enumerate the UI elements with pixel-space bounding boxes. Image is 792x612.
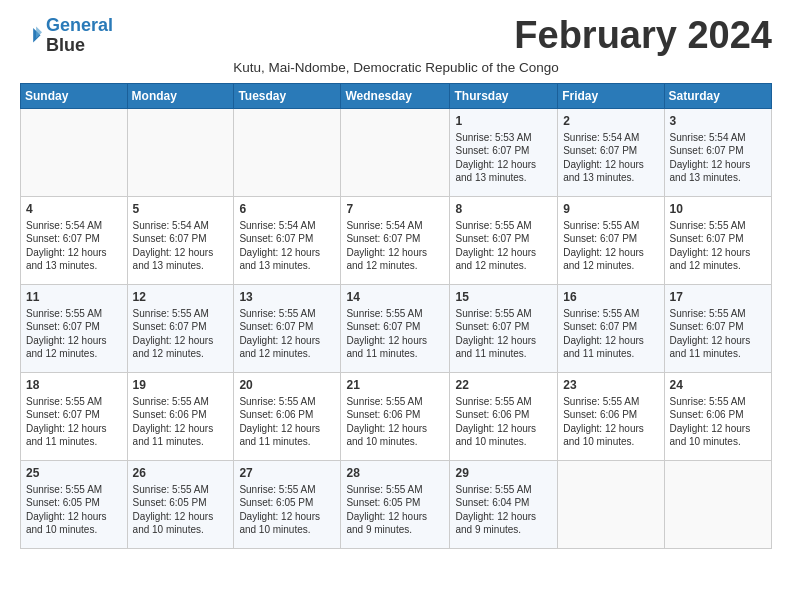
calendar-week-row: 4Sunrise: 5:54 AMSunset: 6:07 PMDaylight… <box>21 196 772 284</box>
day-info-line: Daylight: 12 hours <box>133 510 229 524</box>
calendar-cell: 15Sunrise: 5:55 AMSunset: 6:07 PMDayligh… <box>450 284 558 372</box>
day-info-line: and 10 minutes. <box>455 435 552 449</box>
day-number: 17 <box>670 289 766 305</box>
day-info-line: Daylight: 12 hours <box>346 422 444 436</box>
day-info-line: Daylight: 12 hours <box>346 246 444 260</box>
day-number: 11 <box>26 289 122 305</box>
calendar-cell: 13Sunrise: 5:55 AMSunset: 6:07 PMDayligh… <box>234 284 341 372</box>
calendar-cell: 5Sunrise: 5:54 AMSunset: 6:07 PMDaylight… <box>127 196 234 284</box>
day-info-line: Daylight: 12 hours <box>563 246 658 260</box>
day-info-line: Sunset: 6:06 PM <box>455 408 552 422</box>
day-of-week-header: Tuesday <box>234 83 341 108</box>
day-info-line: Daylight: 12 hours <box>455 510 552 524</box>
calendar-cell <box>21 108 128 196</box>
day-number: 25 <box>26 465 122 481</box>
day-number: 1 <box>455 113 552 129</box>
day-info-line: Daylight: 12 hours <box>670 334 766 348</box>
day-info-line: Daylight: 12 hours <box>239 246 335 260</box>
day-number: 29 <box>455 465 552 481</box>
day-info-line: and 12 minutes. <box>239 347 335 361</box>
day-info-line: Daylight: 12 hours <box>455 422 552 436</box>
calendar-cell <box>127 108 234 196</box>
day-info-line: Sunrise: 5:55 AM <box>346 395 444 409</box>
day-info-line: Sunrise: 5:55 AM <box>346 483 444 497</box>
calendar-cell: 20Sunrise: 5:55 AMSunset: 6:06 PMDayligh… <box>234 372 341 460</box>
day-info-line: Sunrise: 5:55 AM <box>26 483 122 497</box>
day-info-line: and 10 minutes. <box>133 523 229 537</box>
logo-text: General Blue <box>46 16 113 56</box>
day-info-line: and 10 minutes. <box>346 435 444 449</box>
day-info-line: Sunset: 6:06 PM <box>239 408 335 422</box>
calendar-cell: 28Sunrise: 5:55 AMSunset: 6:05 PMDayligh… <box>341 460 450 548</box>
day-info-line: and 12 minutes. <box>26 347 122 361</box>
day-info-line: Sunrise: 5:55 AM <box>670 219 766 233</box>
day-info-line: and 9 minutes. <box>346 523 444 537</box>
day-info-line: and 11 minutes. <box>133 435 229 449</box>
day-info-line: Sunset: 6:07 PM <box>670 232 766 246</box>
day-info-line: and 11 minutes. <box>670 347 766 361</box>
day-info-line: Sunrise: 5:55 AM <box>133 483 229 497</box>
day-info-line: and 11 minutes. <box>563 347 658 361</box>
day-info-line: Sunrise: 5:55 AM <box>455 395 552 409</box>
month-title: February 2024 <box>514 16 772 54</box>
day-info-line: Sunset: 6:07 PM <box>670 144 766 158</box>
day-info-line: and 12 minutes. <box>346 259 444 273</box>
day-number: 9 <box>563 201 658 217</box>
day-number: 10 <box>670 201 766 217</box>
day-info-line: and 10 minutes. <box>239 523 335 537</box>
day-info-line: Daylight: 12 hours <box>563 422 658 436</box>
day-number: 8 <box>455 201 552 217</box>
calendar-cell <box>234 108 341 196</box>
calendar-week-row: 11Sunrise: 5:55 AMSunset: 6:07 PMDayligh… <box>21 284 772 372</box>
calendar-cell: 1Sunrise: 5:53 AMSunset: 6:07 PMDaylight… <box>450 108 558 196</box>
calendar-cell: 29Sunrise: 5:55 AMSunset: 6:04 PMDayligh… <box>450 460 558 548</box>
day-info-line: Sunrise: 5:55 AM <box>239 395 335 409</box>
day-info-line: and 11 minutes. <box>239 435 335 449</box>
day-number: 7 <box>346 201 444 217</box>
day-info-line: Sunrise: 5:55 AM <box>455 219 552 233</box>
day-number: 4 <box>26 201 122 217</box>
calendar-week-row: 18Sunrise: 5:55 AMSunset: 6:07 PMDayligh… <box>21 372 772 460</box>
calendar-cell: 3Sunrise: 5:54 AMSunset: 6:07 PMDaylight… <box>664 108 771 196</box>
day-of-week-header: Wednesday <box>341 83 450 108</box>
day-info-line: Sunrise: 5:55 AM <box>455 307 552 321</box>
day-number: 12 <box>133 289 229 305</box>
day-info-line: Daylight: 12 hours <box>133 334 229 348</box>
day-info-line: and 10 minutes. <box>26 523 122 537</box>
day-info-line: Daylight: 12 hours <box>26 334 122 348</box>
day-info-line: Sunset: 6:07 PM <box>563 144 658 158</box>
day-info-line: and 13 minutes. <box>455 171 552 185</box>
day-info-line: Sunset: 6:05 PM <box>26 496 122 510</box>
day-info-line: Daylight: 12 hours <box>346 510 444 524</box>
day-info-line: Daylight: 12 hours <box>670 422 766 436</box>
day-info-line: Sunset: 6:07 PM <box>26 232 122 246</box>
day-number: 2 <box>563 113 658 129</box>
day-number: 6 <box>239 201 335 217</box>
day-number: 19 <box>133 377 229 393</box>
day-number: 26 <box>133 465 229 481</box>
day-info-line: Sunset: 6:07 PM <box>563 232 658 246</box>
day-info-line: Sunset: 6:07 PM <box>455 232 552 246</box>
day-of-week-header: Friday <box>558 83 664 108</box>
logo: General Blue <box>20 16 113 56</box>
day-info-line: Daylight: 12 hours <box>670 158 766 172</box>
day-info-line: and 11 minutes. <box>26 435 122 449</box>
day-number: 23 <box>563 377 658 393</box>
day-info-line: Sunset: 6:06 PM <box>346 408 444 422</box>
day-info-line: Sunrise: 5:54 AM <box>26 219 122 233</box>
day-info-line: Daylight: 12 hours <box>455 158 552 172</box>
day-number: 22 <box>455 377 552 393</box>
day-number: 5 <box>133 201 229 217</box>
day-info-line: and 10 minutes. <box>563 435 658 449</box>
calendar-cell: 26Sunrise: 5:55 AMSunset: 6:05 PMDayligh… <box>127 460 234 548</box>
day-info-line: Sunset: 6:07 PM <box>26 408 122 422</box>
calendar-cell: 23Sunrise: 5:55 AMSunset: 6:06 PMDayligh… <box>558 372 664 460</box>
day-of-week-header: Monday <box>127 83 234 108</box>
day-of-week-header: Sunday <box>21 83 128 108</box>
day-info-line: Daylight: 12 hours <box>563 158 658 172</box>
day-info-line: Sunrise: 5:55 AM <box>563 395 658 409</box>
day-info-line: Sunset: 6:07 PM <box>133 232 229 246</box>
calendar-cell <box>341 108 450 196</box>
day-info-line: Sunset: 6:06 PM <box>670 408 766 422</box>
day-info-line: and 12 minutes. <box>133 347 229 361</box>
